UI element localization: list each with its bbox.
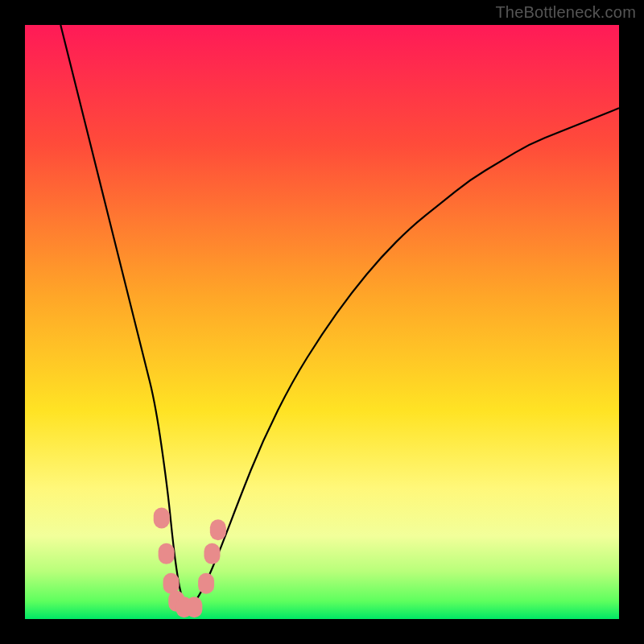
marker-dot bbox=[163, 573, 180, 594]
chart-frame: TheBottleneck.com bbox=[0, 0, 644, 644]
marker-dot bbox=[198, 573, 214, 594]
marker-dot bbox=[154, 508, 170, 529]
marker-dot bbox=[186, 597, 202, 617]
marker-dot bbox=[204, 543, 220, 564]
marker-dot bbox=[210, 519, 226, 540]
bottleneck-chart bbox=[0, 0, 644, 644]
watermark-text: TheBottleneck.com bbox=[495, 3, 636, 22]
chart-background bbox=[25, 25, 619, 619]
marker-dot bbox=[159, 543, 175, 564]
